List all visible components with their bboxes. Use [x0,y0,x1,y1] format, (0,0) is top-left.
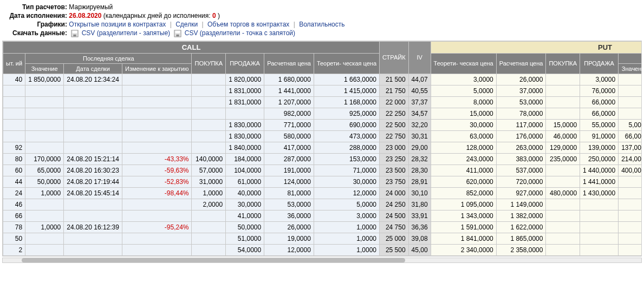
link-volatility[interactable]: Волатильность [299,21,344,28]
cell: 480,0000 [546,187,580,199]
horizontal-scrollbar[interactable] [2,258,642,263]
cell: 24.08.20 15:21:14 [64,153,122,165]
cell: 1 830,0000 [226,119,264,130]
cell [192,221,226,233]
cell: 1,0000 [314,233,379,244]
header-value-put: Значение [619,63,642,74]
svg-rect-4 [175,31,180,33]
cell [580,199,619,210]
cell: 36,36 [408,221,431,233]
cell: 54,0000 [226,244,264,255]
cell: 263,0000 [496,142,546,153]
cell: 176,0000 [496,130,546,142]
cell [122,74,192,85]
table-row: 921 840,0000417,0000288,000023 00029,001… [3,142,642,153]
table-row: 982,0000925,000022 25034,5715,000078,000… [3,108,642,119]
cell [546,176,580,187]
cell: 1 440,0000 [580,165,619,176]
cell: 170,0000 [25,153,64,165]
cell [546,74,580,85]
header-theor-call: Теорети- ческая цена [314,53,379,74]
link-csv-semicolon[interactable]: CSV (разделители - точка с запятой) [185,29,295,37]
cell: 411,0000 [431,165,496,176]
cell: 400,0000 [619,165,642,176]
cell: 37,37 [408,96,431,108]
cell: -59,63% [122,165,192,176]
cell: 1 850,0000 [25,74,64,85]
header-put: PUT [431,41,642,53]
exec-date-value: 26.08.2020 [69,12,101,19]
cell: 30,10 [408,187,431,199]
cell [619,233,642,244]
cell [546,199,580,210]
cell: 1 343,0000 [431,210,496,221]
options-table-wrap[interactable]: CALL СТРАЙК IV PUT ыт. ий Последняя сдел… [2,41,642,256]
cell: 2 358,0000 [496,244,546,255]
scrollbar-thumb[interactable] [22,258,405,262]
cell [619,108,642,119]
cell: 287,0000 [264,153,314,165]
cell [546,221,580,233]
table-row: 80170,000024.08.20 15:21:14-43,33%140,00… [3,153,642,165]
cell [64,142,122,153]
cell: 982,0000 [264,108,314,119]
cell: 30,0000 [431,119,496,130]
cell: 1 430,0000 [580,187,619,199]
cell [192,142,226,153]
calc-type-label: Тип расчетов: [8,3,67,11]
table-row: 5051,000019,00001,000025 00039,081 841,0… [3,233,642,244]
cell: 3,0000 [580,74,619,85]
cell: 1 831,0000 [226,85,264,96]
cell: 184,0000 [226,153,264,165]
header-date-call: Дата сделки [64,63,122,74]
link-open-positions[interactable]: Открытые позиции в контрактах [69,21,166,28]
cell: 537,0000 [496,165,546,176]
cell [122,210,192,221]
cell: 852,0000 [431,187,496,199]
cell [192,244,226,255]
cell: 1 840,0000 [226,142,264,153]
separator: | [201,21,203,28]
cell [25,244,64,255]
cell: 191,0000 [264,165,314,176]
cell: 690,0000 [314,119,379,130]
cell [226,108,264,119]
cell: 24.08.20 16:30:23 [64,165,122,176]
cell: 117,0000 [496,119,546,130]
cell: 1 865,0000 [496,233,546,244]
header-value-call: Значение [25,63,64,74]
cell: 24 250 [380,199,409,210]
cell: 1 663,0000 [314,74,379,85]
header-open-int: ыт. ий [3,53,25,74]
cell: 1,0000 [192,187,226,199]
header-call: CALL [3,41,380,53]
cell: 50,0000 [226,221,264,233]
cell: 22 500 [380,119,409,130]
cell: 3,0000 [314,210,379,221]
link-volume-contracts[interactable]: Объем торгов в контрактах [207,21,289,28]
cell: 8,0000 [431,96,496,108]
cell: 51,0000 [226,233,264,244]
cell: 1 441,0000 [264,85,314,96]
cell [192,96,226,108]
cell: 2 [3,244,25,255]
cell: 417,0000 [264,142,314,153]
cell: 26,0000 [496,74,546,85]
link-csv-comma[interactable]: CSV (разделители - запятые) [82,29,170,37]
options-tbody: 401 850,000024.08.20 12:34:241 820,00001… [3,74,642,255]
cell: 60 [3,165,25,176]
cell: 36,0000 [264,210,314,221]
link-deals[interactable]: Сделки [175,21,198,28]
days-text-1: (календарных дней до исполнения: [103,12,211,19]
cell [3,130,25,142]
cell: 40,55 [408,85,431,96]
cell: 5,0000 [619,119,642,130]
cell [192,85,226,96]
cell [619,187,642,199]
cell [619,221,642,233]
cell: 12,0000 [264,244,314,255]
cell: 31,0000 [192,176,226,187]
cell: 1 095,0000 [431,199,496,210]
cell [25,130,64,142]
cell [619,176,642,187]
